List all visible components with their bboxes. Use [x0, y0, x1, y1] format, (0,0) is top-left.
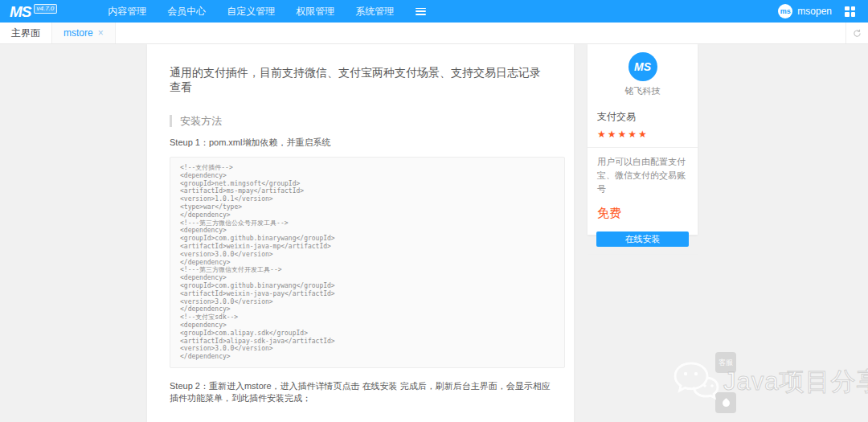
nav-menu: 内容管理 会员中心 自定义管理 权限管理 系统管理 — [97, 0, 404, 23]
plugin-summary-title: 通用的支付插件，目前支持微信、支付宝两种支付场景、支持交易日志记录查看 — [170, 66, 551, 94]
user-name: msopen — [797, 6, 832, 17]
watermark-text: Java项目分享 — [723, 365, 868, 399]
rating-stars: ★★★★★ — [588, 129, 698, 140]
plugin-description: 用户可以自由配置支付宝、微信支付的交易账号 — [588, 148, 698, 196]
logo-text: MS — [10, 4, 31, 19]
hamburger-menu-icon[interactable] — [416, 8, 426, 15]
apps-grid-icon[interactable] — [845, 6, 855, 17]
customer-service-label: 客服 — [719, 358, 733, 368]
vendor-name: 铭飞科技 — [588, 85, 698, 97]
install-step1: Steup 1：pom.xml增加依赖，并重启系统 — [170, 137, 551, 149]
user-avatar: ms — [778, 4, 792, 18]
plugin-detail-panel: 通用的支付插件，目前支持微信、支付宝两种支付场景、支持交易日志记录查看 安装方法… — [147, 44, 574, 422]
plugin-info-card: MS 铭飞科技 支付交易 ★★★★★ 用户可以自由配置支付宝、微信支付的交易账号… — [588, 44, 698, 235]
plugin-name: 支付交易 — [588, 110, 698, 124]
tab-mstore[interactable]: mstore × — [52, 23, 116, 43]
tab-close-icon[interactable]: × — [98, 28, 104, 38]
install-step2: Steup 2：重新进入mstore，进入插件详情页点击 在线安装 完成后，刷新… — [170, 380, 551, 404]
nav-item-custom[interactable]: 自定义管理 — [216, 0, 285, 23]
card-divider — [588, 254, 698, 255]
tab-main[interactable]: 主界面 — [0, 23, 52, 43]
price-label: 免费 — [588, 206, 698, 221]
wechat-icon — [672, 360, 720, 404]
nav-item-system[interactable]: 系统管理 — [345, 0, 404, 23]
droplet-icon — [721, 398, 731, 408]
nav-item-content[interactable]: 内容管理 — [97, 0, 157, 23]
pom-dependency-code[interactable]: <!--支付插件--> <dependency> <groupId>net.mi… — [170, 157, 565, 368]
user-menu[interactable]: ms msopen — [778, 4, 832, 18]
refresh-icon — [853, 29, 862, 38]
top-navbar: MS v4.7.0 内容管理 会员中心 自定义管理 权限管理 系统管理 ms m… — [0, 0, 868, 23]
version-badge: v4.7.0 — [34, 4, 58, 14]
app-logo[interactable]: MS v4.7.0 — [10, 4, 57, 19]
theme-drop-button[interactable] — [715, 392, 736, 413]
nav-item-member[interactable]: 会员中心 — [157, 0, 216, 23]
section-install-method: 安装方法 — [170, 115, 551, 127]
online-install-button[interactable]: 在线安装 — [596, 231, 689, 247]
tab-refresh-button[interactable] — [845, 23, 868, 43]
customer-service-button[interactable]: 客服 — [715, 352, 736, 373]
nav-item-permission[interactable]: 权限管理 — [285, 0, 345, 23]
watermark: Java项目分享 — [672, 360, 868, 404]
tab-bar: 主界面 mstore × — [0, 23, 868, 44]
tab-mstore-label: mstore — [63, 27, 93, 39]
tab-main-label: 主界面 — [11, 27, 40, 40]
vendor-logo: MS — [628, 52, 657, 81]
